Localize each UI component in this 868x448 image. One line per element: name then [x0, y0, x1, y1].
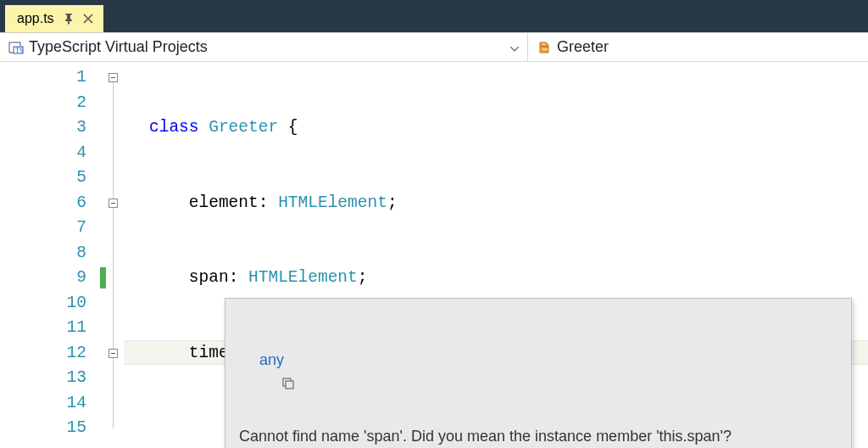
code-editor[interactable]: 1 2 3 4 5 6 7 8 9 10 11 12 13 14 15 [0, 62, 868, 448]
tooltip-message: Cannot find name 'span'. Did you mean th… [239, 426, 836, 447]
code-line: class Greeter { [124, 115, 868, 141]
title-tab-region: app.ts [0, 0, 868, 32]
typescript-project-icon: TS [8, 41, 24, 54]
line-number: 11 [0, 316, 86, 341]
line-number: 10 [0, 291, 86, 316]
line-number: 3 [0, 115, 86, 141]
line-number: 15 [0, 416, 86, 441]
line-number-gutter: 1 2 3 4 5 6 7 8 9 10 11 12 13 14 15 [0, 62, 100, 448]
line-number: 14 [0, 391, 86, 417]
line-number: 8 [0, 241, 86, 266]
line-number: 6 [0, 191, 86, 216]
error-tooltip: any Cannot find name 'span'. Did you mea… [225, 298, 852, 448]
line-number: 13 [0, 366, 86, 391]
navigation-bar: TS TypeScript Virtual Projects Greeter [0, 32, 868, 62]
scope-label: TypeScript Virtual Projects [29, 38, 208, 56]
copy-stack-icon [239, 354, 253, 367]
fold-toggle[interactable] [108, 73, 118, 82]
member-label: Greeter [557, 38, 609, 56]
pin-icon[interactable] [63, 13, 75, 25]
code-line: element: HTMLElement; [124, 191, 868, 216]
modified-marker [100, 267, 106, 288]
tab-filename: app.ts [17, 11, 54, 26]
svg-text:TS: TS [15, 47, 23, 54]
tab-bar: app.ts [5, 5, 868, 32]
chevron-down-icon [510, 38, 519, 56]
scope-dropdown[interactable]: TS TypeScript Virtual Projects [0, 33, 528, 61]
close-icon[interactable] [83, 14, 93, 24]
file-tab[interactable]: app.ts [5, 5, 103, 32]
line-number: 4 [0, 141, 86, 166]
code-line: span: HTMLElement; [124, 266, 868, 291]
fold-toggle[interactable] [108, 199, 118, 208]
line-number: 7 [0, 216, 86, 241]
line-number: 5 [0, 165, 86, 191]
code-area[interactable]: class Greeter { element: HTMLElement; sp… [124, 62, 868, 448]
fold-column [108, 62, 124, 448]
change-marker-column [100, 62, 108, 448]
svg-rect-4 [286, 381, 293, 389]
member-dropdown[interactable]: Greeter [528, 33, 868, 61]
fold-toggle[interactable] [108, 349, 118, 358]
line-number: 12 [0, 341, 86, 367]
tooltip-kind: any [259, 350, 284, 371]
line-number: 2 [0, 91, 86, 116]
line-number: 9 [0, 266, 86, 291]
class-icon [537, 41, 552, 54]
line-number: 1 [0, 65, 86, 91]
